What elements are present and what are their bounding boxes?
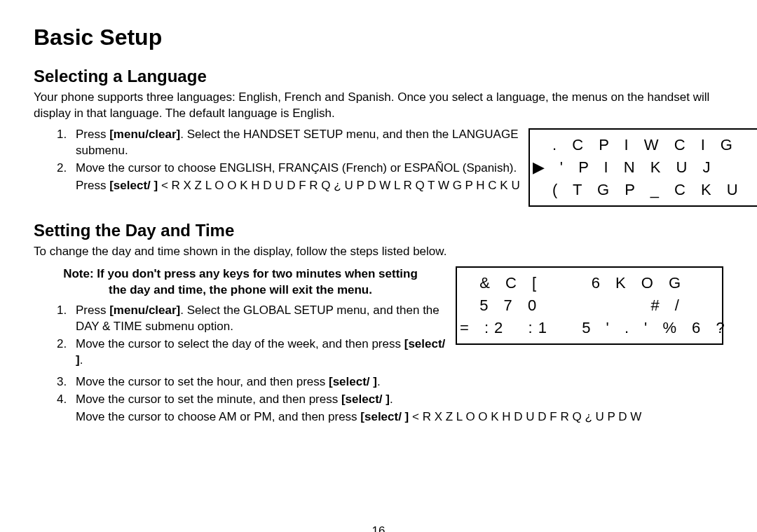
step: Move the cursor to set the hour, and the… — [70, 374, 723, 390]
lcd-display-language: . C P I W C I G ▶ ' P I N K U J ( T G P … — [528, 128, 757, 207]
step: Move the cursor to choose AM or PM, and … — [70, 409, 723, 425]
step: Press [menu/clear]. Select the GLOBAL SE… — [70, 303, 447, 335]
steps-selecting-language: Press [menu/clear]. Select the HANDSET S… — [34, 127, 520, 194]
heading-day-time: Setting the Day and Time — [34, 219, 723, 242]
steps-day-time: Press [menu/clear]. Select the GLOBAL SE… — [34, 303, 447, 369]
page-title: Basic Setup — [34, 22, 723, 53]
step: Move the cursor to choose ENGLISH, FRANÇ… — [70, 161, 520, 177]
step: Move the cursor to select the day of the… — [70, 336, 447, 369]
intro-selecting-language: Your phone supports three languages: Eng… — [34, 90, 723, 122]
heading-selecting-language: Selecting a Language — [34, 65, 723, 88]
step: Press [menu/clear]. Select the HANDSET S… — [70, 127, 520, 159]
lcd-display-daytime: & C [ 6 K O G 5 7 0 # / = :2 :1 5 ' . ' … — [456, 266, 723, 345]
intro-day-time: To change the day and time shown in the … — [34, 244, 723, 260]
note-day-time: Note: If you don't press any keys for tw… — [62, 266, 419, 299]
page-number: 16 — [34, 524, 723, 532]
step: Press [select/ ] < R X Z L O O K H D U D… — [70, 178, 520, 194]
step: Move the cursor to set the minute, and t… — [70, 392, 723, 408]
steps-day-time-cont: Move the cursor to set the hour, and the… — [34, 374, 723, 425]
